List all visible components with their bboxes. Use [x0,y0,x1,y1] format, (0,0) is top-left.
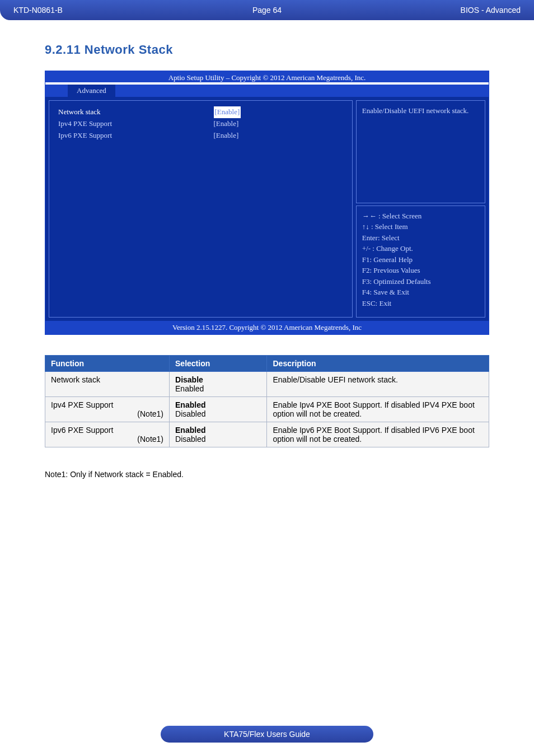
page-header: KTD-N0861-B Page 64 BIOS - Advanced [0,0,534,20]
selection-plain: Disabled [175,409,205,418]
table-cell-function: Network stack [45,372,170,397]
bios-title: Aptio Setup Utility – Copyright © 2012 A… [45,71,489,82]
table-row: Ipv4 PXE Support (Note1) Enabled Disable… [45,397,489,422]
function-name: Ipv6 PXE Support [51,426,113,435]
bios-help-pane: Enable/Disable UEFI network stack. →← : … [356,100,485,318]
bios-item-value[interactable]: [Enable] [214,106,241,118]
table-cell-description: Enable Ipv6 PXE Boot Support. If disable… [267,422,489,447]
selection-plain: Disabled [175,435,205,444]
bios-item-value[interactable]: [Enable] [214,118,343,130]
bios-footer: Version 2.15.1227. Copyright © 2012 Amer… [45,321,489,334]
table-cell-function: Ipv4 PXE Support (Note1) [45,397,170,422]
table-cell-selection: Enabled Disabled [170,397,267,422]
section-title: 9.2.11 Network Stack [45,43,489,57]
legend-line: ESC: Exit [362,298,479,309]
header-page-number: Page 64 [182,6,352,15]
header-doc-id: KTD-N0861-B [13,6,182,15]
settings-table: Function Selection Description Network s… [45,355,489,447]
bios-item-label[interactable]: Ipv6 PXE Support [58,130,214,142]
legend-line: →← : Select Screen [362,211,479,222]
bios-item-label[interactable]: Ipv4 PXE Support [58,118,214,130]
note-text: Note1: Only if Network stack = Enabled. [45,470,489,479]
bios-item-label[interactable]: Network stack [58,106,214,118]
bios-tab-row: Advanced [45,85,489,97]
table-row: Network stack Disable Enabled Enable/Dis… [45,372,489,397]
table-row: Ipv6 PXE Support (Note1) Enabled Disable… [45,422,489,447]
bios-help-description: Enable/Disable UEFI network stack. [356,100,485,203]
table-cell-function: Ipv6 PXE Support (Note1) [45,422,170,447]
function-note: (Note1) [51,435,163,444]
legend-line: F4: Save & Exit [362,287,479,298]
selection-bold: Enabled [175,426,205,435]
table-cell-selection: Enabled Disabled [170,422,267,447]
legend-line: +/- : Change Opt. [362,243,479,254]
legend-line: ↑↓ : Select Item [362,221,479,232]
bios-settings-pane: Network stack Ipv4 PXE Support Ipv6 PXE … [49,100,353,318]
function-name: Network stack [51,375,100,384]
function-name: Ipv4 PXE Support [51,400,113,409]
legend-line: F1: General Help [362,254,479,265]
function-note: (Note1) [51,409,163,418]
table-cell-description: Enable Ipv4 PXE Boot Support. If disable… [267,397,489,422]
table-header-row: Function Selection Description [45,356,489,372]
header-section: BIOS - Advanced [352,6,521,15]
bios-key-legend: →← : Select Screen ↑↓ : Select Item Ente… [356,206,485,318]
table-header: Function [45,356,170,372]
table-header: Selection [170,356,267,372]
legend-line: F3: Optimized Defaults [362,276,479,287]
page-footer: KTA75/Flex Users Guide [161,726,373,743]
table-cell-selection: Disable Enabled [170,372,267,397]
table-header: Description [267,356,489,372]
legend-line: F2: Previous Values [362,265,479,276]
selection-bold: Disable [175,375,203,384]
bios-item-value[interactable]: [Enable] [214,130,343,142]
page-content: 9.2.11 Network Stack Aptio Setup Utility… [0,20,534,479]
bios-body: Network stack Ipv4 PXE Support Ipv6 PXE … [45,97,489,321]
bios-tab-advanced[interactable]: Advanced [68,85,115,97]
legend-line: Enter: Select [362,232,479,244]
selection-plain: Enabled [175,384,204,393]
selection-bold: Enabled [175,400,205,409]
table-cell-description: Enable/Disable UEFI network stack. [267,372,489,397]
bios-panel: Aptio Setup Utility – Copyright © 2012 A… [45,71,489,335]
